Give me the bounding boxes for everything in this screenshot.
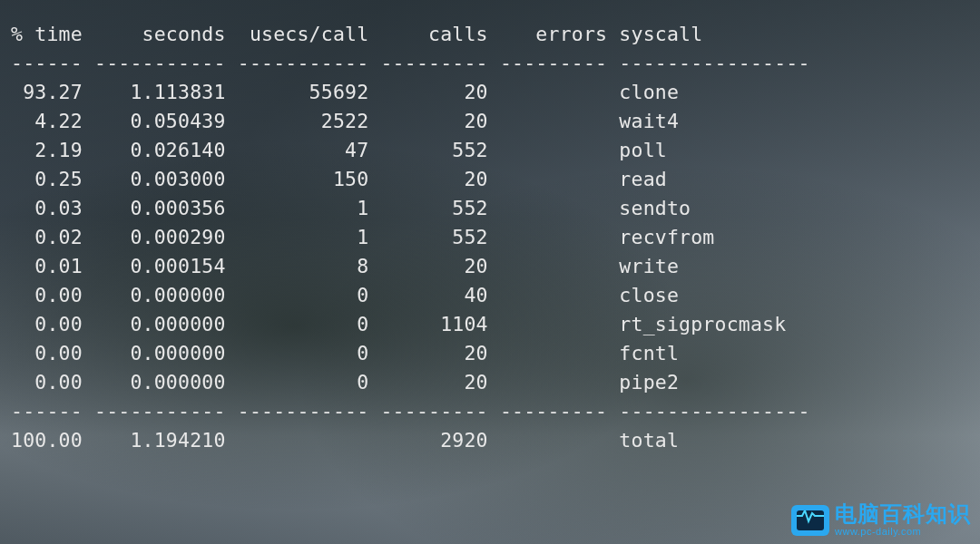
data-rows: 93.27 1.113831 55692 20 clone 4.22 0.050… [11,81,786,393]
watermark-text-main: 电脑百科知识 [835,503,971,525]
watermark-monitor-icon [791,505,829,536]
strace-output-table: % time seconds usecs/call calls errors s… [0,0,980,475]
pulse-icon [797,510,824,524]
divider-bottom: ------ ----------- ----------- ---------… [11,400,810,423]
watermark: 电脑百科知识 www.pc-daily.com [791,503,971,537]
divider-top: ------ ----------- ----------- ---------… [11,52,810,74]
total-row: 100.00 1.194210 2920 total [11,429,679,452]
header-row: % time seconds usecs/call calls errors s… [11,23,702,45]
watermark-text-url: www.pc-daily.com [835,527,971,537]
